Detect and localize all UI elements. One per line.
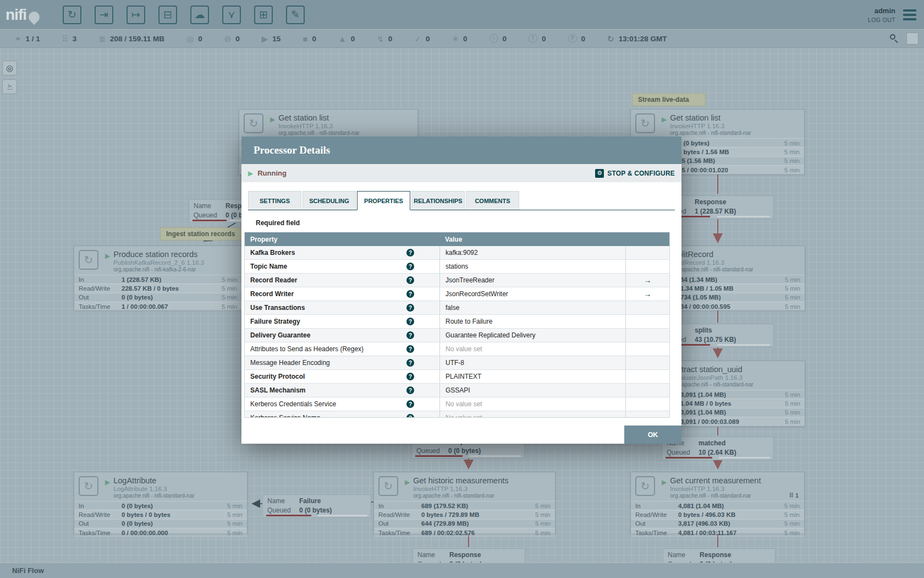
dialog-tabs: SETTINGSSCHEDULINGPROPERTIESRELATIONSHIP… bbox=[248, 191, 675, 210]
help-icon[interactable]: ? bbox=[406, 290, 414, 298]
run-state-text: Running bbox=[257, 169, 287, 177]
help-icon[interactable]: ? bbox=[406, 249, 414, 257]
properties-table-header: Property Value bbox=[245, 232, 669, 246]
property-row: SASL Mechanism ? GSSAPI bbox=[245, 384, 669, 397]
property-name: SASL Mechanism bbox=[250, 386, 406, 394]
property-row: Topic Name ? stations bbox=[245, 260, 669, 274]
stop-and-configure-button[interactable]: ⚙ STOP & CONFIGURE bbox=[595, 169, 675, 178]
dialog-tab[interactable]: SCHEDULING bbox=[302, 191, 356, 210]
goto-service-icon[interactable] bbox=[625, 246, 669, 259]
goto-service-icon[interactable] bbox=[625, 411, 669, 417]
help-icon[interactable]: ? bbox=[406, 331, 414, 339]
property-name: Topic Name bbox=[250, 263, 406, 270]
property-name: Record Reader bbox=[250, 276, 406, 284]
property-row: Attributes to Send as Headers (Regex) ? … bbox=[245, 342, 669, 356]
running-icon: ▶ bbox=[248, 170, 253, 177]
goto-service-icon[interactable] bbox=[625, 384, 669, 397]
property-value: GSSAPI bbox=[446, 386, 470, 394]
required-field-note: Required field bbox=[256, 219, 681, 227]
properties-table: Property Value Kafka Brokers ? kafka:909… bbox=[244, 232, 670, 418]
stop-and-configure-label: STOP & CONFIGURE bbox=[607, 170, 675, 177]
properties-table-body: Kafka Brokers ? kafka:9092 Topic Name ? … bbox=[245, 246, 669, 417]
goto-service-icon[interactable]: → bbox=[625, 274, 669, 287]
help-icon[interactable]: ? bbox=[406, 304, 414, 312]
help-icon[interactable]: ? bbox=[406, 386, 414, 394]
property-value: UTF-8 bbox=[446, 359, 464, 367]
dialog-tab[interactable]: COMMENTS bbox=[466, 191, 519, 210]
dialog-title: Processor Details bbox=[254, 144, 330, 156]
property-name: Attributes to Send as Headers (Regex) bbox=[250, 345, 406, 353]
property-name: Kafka Brokers bbox=[250, 249, 406, 257]
goto-service-icon[interactable] bbox=[625, 370, 669, 383]
dialog-tab[interactable]: RELATIONSHIPS bbox=[411, 191, 465, 210]
property-row: Kerberos Service Name ? No value set bbox=[245, 411, 669, 417]
property-value: JsonTreeReader bbox=[446, 276, 494, 284]
property-value: Route to Failure bbox=[446, 318, 492, 325]
property-row: Kerberos Credentials Service ? No value … bbox=[245, 397, 669, 411]
property-value: PLAINTEXT bbox=[446, 373, 481, 380]
property-name: Kerberos Credentials Service bbox=[250, 400, 406, 408]
property-row: Kafka Brokers ? kafka:9092 bbox=[245, 246, 669, 260]
property-value: Guarantee Replicated Delivery bbox=[446, 331, 535, 339]
help-icon[interactable]: ? bbox=[406, 373, 414, 380]
value-column-header: Value bbox=[439, 236, 625, 243]
property-name: Message Header Encoding bbox=[250, 359, 406, 367]
dialog-tab[interactable]: SETTINGS bbox=[248, 191, 301, 210]
property-value: kafka:9092 bbox=[446, 249, 478, 257]
help-icon[interactable]: ? bbox=[406, 276, 414, 284]
goto-service-icon[interactable] bbox=[625, 342, 669, 356]
goto-service-icon[interactable]: → bbox=[625, 287, 669, 301]
dialog-status-row: ▶ Running ⚙ STOP & CONFIGURE bbox=[241, 164, 681, 182]
property-value: No value set bbox=[446, 414, 482, 417]
goto-service-icon[interactable] bbox=[625, 260, 669, 273]
goto-service-icon[interactable] bbox=[625, 301, 669, 314]
property-name: Use Transactions bbox=[250, 304, 406, 312]
goto-service-icon[interactable] bbox=[625, 329, 669, 342]
property-row: Delivery Guarantee ? Guarantee Replicate… bbox=[245, 329, 669, 342]
dialog-header: Processor Details bbox=[241, 137, 681, 164]
help-icon[interactable]: ? bbox=[406, 400, 414, 408]
goto-service-icon[interactable] bbox=[625, 315, 669, 328]
goto-service-icon[interactable] bbox=[625, 356, 669, 369]
property-row: Message Header Encoding ? UTF-8 bbox=[245, 356, 669, 370]
help-icon[interactable]: ? bbox=[406, 263, 414, 270]
property-value: No value set bbox=[446, 345, 482, 353]
property-value: false bbox=[446, 304, 459, 312]
property-column-header: Property bbox=[245, 236, 439, 243]
dialog-tab[interactable]: PROPERTIES bbox=[357, 191, 410, 210]
property-name: Kerberos Service Name bbox=[250, 414, 406, 417]
property-name: Failure Strategy bbox=[250, 318, 406, 325]
goto-service-icon[interactable] bbox=[625, 397, 669, 411]
property-row: Record Reader ? JsonTreeReader → bbox=[245, 274, 669, 287]
property-row: Security Protocol ? PLAINTEXT bbox=[245, 370, 669, 384]
processor-details-dialog: Processor Details ▶ Running ⚙ STOP & CON… bbox=[241, 137, 681, 444]
property-name: Security Protocol bbox=[250, 373, 406, 380]
help-icon[interactable]: ? bbox=[406, 345, 414, 353]
property-value: JsonRecordSetWriter bbox=[446, 290, 508, 298]
ok-button[interactable]: OK bbox=[624, 426, 681, 444]
property-value: stations bbox=[446, 263, 468, 270]
help-icon[interactable]: ? bbox=[406, 414, 414, 417]
property-name: Record Writer bbox=[250, 290, 406, 298]
property-row: Use Transactions ? false bbox=[245, 301, 669, 315]
help-icon[interactable]: ? bbox=[406, 318, 414, 325]
gear-icon: ⚙ bbox=[595, 169, 604, 178]
property-row: Record Writer ? JsonRecordSetWriter → bbox=[245, 287, 669, 301]
help-icon[interactable]: ? bbox=[406, 359, 414, 367]
property-row: Failure Strategy ? Route to Failure bbox=[245, 315, 669, 329]
property-name: Delivery Guarantee bbox=[250, 331, 406, 339]
property-value: No value set bbox=[446, 400, 482, 408]
